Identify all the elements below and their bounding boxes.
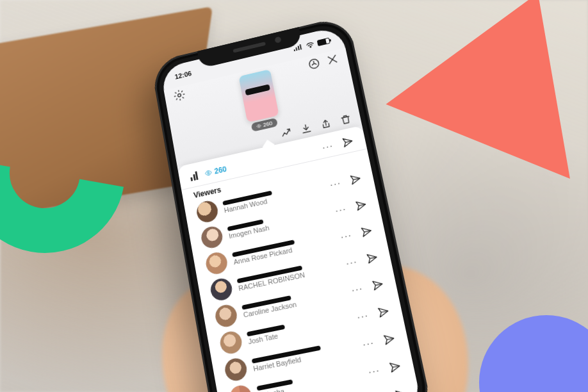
viewer-avatar[interactable] [195, 199, 220, 224]
svg-point-3 [208, 172, 209, 174]
viewer-more-button[interactable]: ··· [340, 229, 354, 241]
viewer-row-actions: ··· [350, 278, 385, 296]
viewer-row-actions: ··· [334, 199, 368, 216]
send-message-button[interactable] [394, 388, 408, 392]
viewer-more-button[interactable]: ··· [362, 337, 375, 350]
analytics-icon[interactable] [190, 171, 200, 181]
send-message-button[interactable] [360, 225, 374, 238]
stats-more-button[interactable]: ··· [322, 140, 334, 152]
send-message-button[interactable] [365, 251, 379, 265]
share-story-button[interactable] [341, 135, 354, 149]
highlight-add-icon[interactable] [307, 56, 322, 71]
viewer-more-button[interactable]: ··· [334, 203, 348, 215]
battery-icon [317, 38, 331, 47]
viewer-more-button[interactable]: ··· [356, 309, 370, 322]
viewer-more-button[interactable]: ··· [329, 177, 342, 190]
download-icon[interactable] [300, 122, 313, 135]
viewer-avatar[interactable] [224, 357, 249, 383]
trash-icon[interactable] [339, 113, 352, 126]
view-count: 260 [204, 165, 227, 178]
viewer-avatar[interactable] [218, 330, 243, 356]
viewer-row-actions: ··· [373, 388, 408, 392]
send-message-button[interactable] [388, 360, 402, 374]
close-icon[interactable] [325, 52, 339, 67]
share-icon[interactable] [319, 117, 332, 131]
stage: 12:06 [0, 0, 588, 392]
send-message-button[interactable] [377, 305, 391, 319]
viewer-row-actions: ··· [339, 225, 373, 243]
story-thumb-view-count: 260 [263, 120, 273, 128]
send-message-button[interactable] [371, 278, 385, 292]
view-count-value: 260 [214, 165, 227, 176]
status-time: 12:06 [174, 70, 192, 81]
viewer-row-actions: ··· [356, 305, 391, 323]
send-message-button[interactable] [354, 199, 368, 212]
redaction-bar [245, 84, 270, 95]
viewer-avatar[interactable] [228, 384, 254, 392]
viewer-avatar[interactable] [209, 277, 234, 302]
viewer-more-button[interactable]: ··· [368, 364, 381, 377]
viewer-avatar[interactable] [204, 250, 229, 276]
viewer-more-button[interactable]: ··· [351, 282, 364, 295]
viewer-avatar[interactable] [200, 225, 224, 250]
phone-mockup: 12:06 [179, 26, 391, 392]
gear-icon[interactable] [172, 88, 186, 102]
wifi-icon [305, 40, 315, 50]
svg-point-2 [258, 126, 259, 127]
viewers-sheet: 260 ··· Viewers Ha [177, 126, 423, 392]
insights-icon[interactable] [280, 126, 293, 140]
viewer-row-actions: ··· [362, 332, 396, 350]
send-message-button[interactable] [349, 172, 363, 186]
send-message-button[interactable] [382, 332, 396, 347]
viewer-row-actions: ··· [345, 251, 379, 269]
viewer-row-actions: ··· [329, 172, 363, 190]
viewer-row-actions: ··· [368, 360, 403, 378]
svg-point-0 [177, 94, 181, 97]
viewer-more-button[interactable]: ··· [345, 256, 359, 268]
viewer-avatar[interactable] [214, 303, 239, 329]
